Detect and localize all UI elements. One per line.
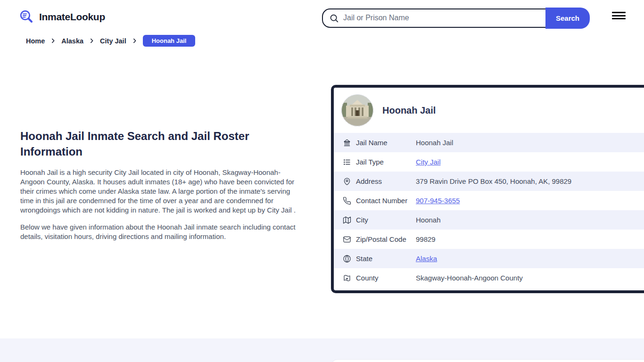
row-label: Jail Name: [356, 139, 416, 147]
page-title: Hoonah Jail Inmate Search and Jail Roste…: [20, 128, 270, 159]
row-value: Hoonah Jail: [416, 139, 453, 147]
search-icon: [329, 13, 339, 23]
jail-type-link[interactable]: City Jail: [416, 158, 441, 166]
table-row-address: Address 379 Ravin Drive PO Box 450, Hoon…: [334, 172, 644, 191]
info-paragraph: Below we have given information about th…: [20, 222, 299, 241]
breadcrumb: Home Alaska City Jail Hoonah Jail: [26, 35, 195, 47]
search-button[interactable]: Search: [545, 8, 590, 29]
globe-icon: [343, 255, 351, 263]
jail-card-title: Hoonah Jail: [382, 105, 436, 116]
list-icon: [343, 158, 351, 166]
menu-hamburger-icon[interactable]: [612, 12, 626, 19]
state-link[interactable]: Alaska: [416, 255, 437, 263]
next-section-background: [0, 338, 644, 362]
table-row-county: County Skagway-Hoonah-Angoon County: [334, 268, 644, 288]
search-input-box[interactable]: [322, 8, 545, 28]
row-value: 99829: [416, 235, 436, 243]
search-bar: Search: [322, 7, 590, 29]
breadcrumb-home[interactable]: Home: [26, 37, 45, 45]
main-content: Hoonah Jail Inmate Search and Jail Roste…: [20, 128, 303, 249]
row-label: Address: [356, 177, 416, 185]
hamburger-bar: [612, 15, 626, 16]
table-row-city: City Hoonah: [334, 210, 644, 230]
logo[interactable]: InmateLookup: [19, 9, 105, 25]
chevron-right-icon: [50, 38, 56, 44]
map-icon: [343, 216, 351, 224]
phone-icon: [343, 197, 351, 205]
row-label: State: [356, 255, 416, 263]
marker-square-icon: [343, 274, 351, 282]
row-value: Hoonah: [416, 216, 441, 224]
row-label: County: [356, 274, 416, 282]
bank-icon: [343, 139, 351, 147]
row-label: Jail Type: [356, 158, 416, 166]
row-label: Zip/Postal Code: [356, 235, 416, 243]
hamburger-bar: [612, 12, 626, 13]
chevron-right-icon: [132, 38, 138, 44]
breadcrumb-alaska[interactable]: Alaska: [61, 37, 83, 45]
contact-number-link[interactable]: 907-945-3655: [416, 197, 460, 205]
row-label: Contact Number: [356, 197, 416, 205]
map-pin-icon: [343, 177, 351, 186]
table-row-zip: Zip/Postal Code 99829: [334, 230, 644, 249]
chevron-right-icon: [89, 38, 95, 44]
table-row-jail-name: Jail Name Hoonah Jail: [334, 133, 644, 152]
breadcrumb-current-badge: Hoonah Jail: [143, 35, 196, 47]
inmatelookup-logo-icon: [19, 9, 35, 25]
row-value: Skagway-Hoonah-Angoon County: [416, 274, 523, 282]
hamburger-bar: [612, 18, 626, 19]
intro-paragraph: Hoonah Jail is a high security City Jail…: [20, 168, 299, 215]
next-section-card: [331, 359, 644, 362]
table-row-state: State Alaska: [334, 249, 644, 268]
page: InmateLookup Search Home Alaska City Jai: [0, 0, 644, 362]
breadcrumb-city-jail[interactable]: City Jail: [100, 37, 126, 45]
mail-icon: [343, 235, 351, 244]
table-row-jail-type: Jail Type City Jail: [334, 152, 644, 172]
jail-details-card: Hoonah Jail Jail Name Hoonah Jail Jail T…: [331, 85, 644, 293]
search-input[interactable]: [339, 14, 545, 22]
table-row-contact-number: Contact Number 907-945-3655: [334, 191, 644, 210]
jail-card-header: Hoonah Jail: [334, 88, 644, 133]
logo-text: InmateLookup: [39, 11, 105, 23]
row-label: City: [356, 216, 416, 224]
jail-photo: [341, 94, 373, 126]
row-value: 379 Ravin Drive PO Box 450, Hoonah, AK, …: [416, 177, 571, 185]
